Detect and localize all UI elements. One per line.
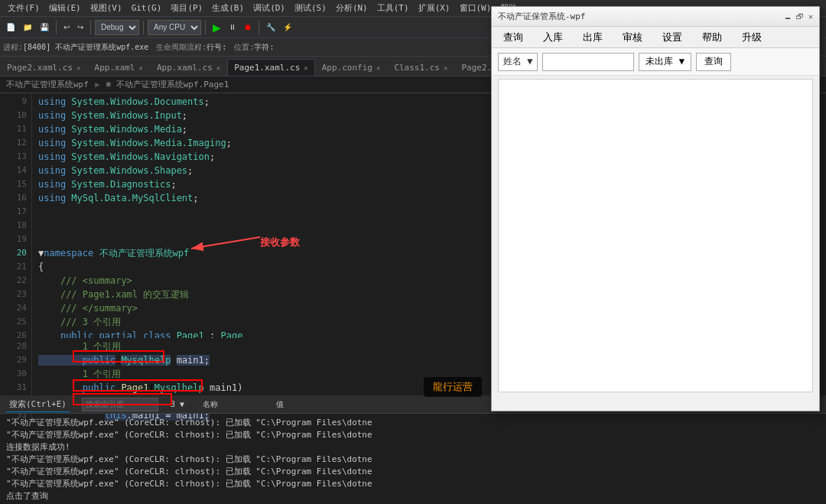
output-line-3: 连接数据库成功! [6, 441, 820, 454]
tab-label: App.xaml.cs [157, 63, 213, 73]
thread-value: 行号: [206, 42, 226, 53]
wpf-search-input[interactable] [542, 53, 634, 71]
toolbar-save[interactable]: 💾 [37, 21, 52, 33]
col-name: 名称 [203, 399, 218, 410]
tab-label: App.config [322, 63, 372, 73]
wpf-status-label: 未出库 ▼ [646, 55, 684, 68]
wpf-menu-out[interactable]: 出库 [574, 28, 611, 47]
toolbar-extra2[interactable]: ⚡ [280, 21, 295, 33]
wpf-close-icon[interactable]: ✕ [808, 12, 813, 21]
tab-app-xaml-cs[interactable]: App.xaml.cs ✕ [150, 59, 227, 76]
tab-page2-xaml-cs[interactable]: Page2.xaml.cs ✕ [0, 59, 88, 76]
tab-label: App.xaml [95, 63, 135, 73]
wpf-menu-bar: 查询 入库 出库 审核 设置 帮助 升级 [492, 27, 819, 48]
toolbar-sep1 [56, 21, 57, 34]
wpf-menu-in[interactable]: 入库 [535, 28, 571, 47]
thread-label: 生命周期流程: [156, 42, 206, 53]
breadcrumb-left: 不动产证管理系统wpf [6, 79, 89, 90]
bottom-output: "不动产证管理系统wpf.exe" (CoreCLR: clrhost): 已加… [0, 414, 826, 504]
watermark: 龍行运营 [424, 377, 482, 397]
wpf-filter-dropdown[interactable]: 姓名 ▼ [498, 53, 538, 71]
menu-project[interactable]: 项目(P) [166, 1, 207, 15]
wpf-title-text: 不动产证保管系统-wpf [498, 11, 784, 22]
wpf-content-area [498, 79, 813, 392]
output-line-4: "不动产证管理系统wpf.exe" (CoreCLR: clrhost): 已加… [6, 454, 820, 466]
search-count: 3 ▼ [171, 400, 184, 408]
output-line-1: "不动产证管理系统wpf.exe" (CoreCLR: clrhost): 已加… [6, 417, 820, 429]
menu-build[interactable]: 生成(B) [207, 1, 249, 15]
tab-close-icon[interactable]: ✕ [216, 64, 220, 72]
output-line-6: "不动产证管理系统wpf.exe" (CoreCLR: clrhost): 已加… [6, 478, 820, 490]
tab-close-icon[interactable]: ✕ [376, 64, 380, 72]
wpf-title-controls: 🗕 🗗 ✕ [784, 12, 813, 21]
menu-edit[interactable]: 编辑(E) [44, 1, 86, 15]
menu-file[interactable]: 文件(F) [3, 1, 44, 15]
tab-close-icon[interactable]: ✕ [444, 64, 447, 72]
output-line-2: "不动产证管理系统wpf.exe" (CoreCLR: clrhost): 已加… [6, 429, 820, 441]
tab-label: Page1.xaml.cs [234, 63, 300, 73]
toolbar-sep5 [259, 21, 259, 34]
menu-view[interactable]: 视图(V) [86, 1, 127, 15]
wpf-toolbar: 姓名 ▼ 未出库 ▼ 查询 [492, 48, 819, 76]
wpf-menu-query[interactable]: 查询 [495, 28, 532, 47]
ide-container: 文件(F) 编辑(E) 视图(V) Git(G) 项目(P) 生成(B) 调试(… [0, 0, 826, 504]
process-value: [8400] 不动产证管理系统wpf.exe [23, 42, 148, 53]
pause-button[interactable]: ⏸ [226, 21, 239, 33]
menu-debug[interactable]: 调试(D) [249, 1, 290, 15]
breadcrumb-sep: ▶ [95, 80, 100, 89]
output-line-7: 点击了查询 [6, 490, 820, 502]
wpf-filter-label: 姓名 ▼ [503, 55, 532, 68]
toolbar-sep4 [205, 21, 206, 34]
wpf-menu-help[interactable]: 帮助 [694, 28, 730, 47]
tab-page1-xaml-cs[interactable]: Page1.xaml.cs ✕ [227, 59, 315, 76]
search-tab[interactable]: 搜索(Ctrl+E) [6, 397, 70, 412]
wpf-menu-settings[interactable]: 设置 [654, 28, 691, 47]
output-line-5: "不动产证管理系统wpf.exe" (CoreCLR: clrhost): 已加… [6, 466, 820, 478]
search-input[interactable] [82, 398, 158, 411]
wpf-maximize-icon[interactable]: 🗗 [796, 12, 804, 21]
toolbar-sep3 [143, 21, 144, 34]
code-lower: 28 29 30 1 个引用 public Mysqlhelp main1; 1… [0, 338, 440, 379]
tab-close-icon[interactable]: ✕ [304, 64, 307, 72]
menu-window[interactable]: 窗口(W) [455, 1, 496, 15]
tab-label: Page2.xaml.cs [7, 63, 73, 73]
tab-class1-cs[interactable]: Class1.cs ✕ [387, 59, 454, 76]
run-button[interactable]: ▶ [210, 20, 224, 35]
breadcrumb-right: ❄ 不动产证管理系统wpf.Page1 [106, 79, 229, 90]
stop-button[interactable]: ⏹ [241, 21, 255, 33]
toolbar-open[interactable]: 📁 [20, 21, 35, 33]
wpf-minimize-icon[interactable]: 🗕 [784, 12, 792, 21]
toolbar-new[interactable]: 📄 [3, 21, 18, 33]
tab-label: Class1.cs [394, 63, 440, 73]
char-value: 字符: [254, 42, 274, 53]
toolbar-undo[interactable]: ↩ [60, 21, 73, 33]
bottom-panel: 搜索(Ctrl+E) 3 ▼ 名称 值 "不动产证管理系统wpf.exe" (C… [0, 395, 826, 504]
wpf-window: 不动产证保管系统-wpf 🗕 🗗 ✕ 查询 入库 出库 审核 设置 帮助 升级 … [491, 6, 820, 411]
cpu-dropdown[interactable]: Any CPU [148, 20, 201, 35]
wpf-status-dropdown[interactable]: 未出库 ▼ [639, 53, 691, 71]
wpf-menu-upgrade[interactable]: 升级 [733, 28, 770, 47]
config-dropdown[interactable]: Debug [95, 20, 139, 35]
char-label: 位置: [234, 42, 254, 53]
menu-git[interactable]: Git(G) [127, 2, 167, 15]
tab-app-config[interactable]: App.config ✕ [315, 59, 388, 76]
toolbar-redo[interactable]: ↪ [74, 21, 86, 33]
col-value: 值 [276, 399, 284, 410]
menu-tools[interactable]: 工具(T) [372, 1, 414, 15]
tab-close-icon[interactable]: ✕ [139, 64, 143, 72]
menu-test[interactable]: 测试(S) [290, 1, 331, 15]
tab-app-xaml[interactable]: App.xaml ✕ [88, 59, 150, 76]
menu-extensions[interactable]: 扩展(X) [414, 1, 455, 15]
toolbar-extra1[interactable]: 🔧 [263, 21, 278, 33]
toolbar-sep2 [90, 21, 91, 34]
menu-analyze[interactable]: 分析(N) [331, 1, 372, 15]
wpf-menu-review[interactable]: 审核 [614, 28, 651, 47]
wpf-query-button[interactable]: 查询 [696, 53, 731, 71]
process-label: 进程: [3, 42, 23, 53]
tab-close-icon[interactable]: ✕ [76, 64, 80, 72]
wpf-title-bar: 不动产证保管系统-wpf 🗕 🗗 ✕ [492, 7, 819, 27]
